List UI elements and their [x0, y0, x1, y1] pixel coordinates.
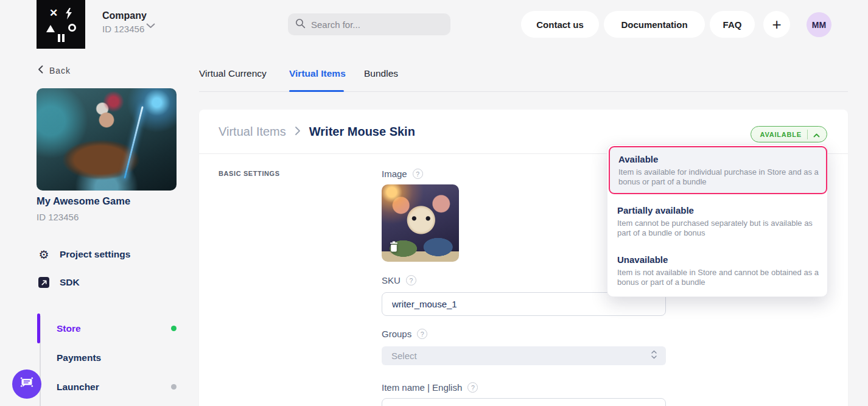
- groups-field-label: Groups ?: [382, 329, 427, 339]
- launcher-status-dot: [171, 384, 177, 390]
- sidebar-item-launcher[interactable]: Launcher: [57, 382, 99, 393]
- contact-us-button[interactable]: Contact us: [521, 11, 599, 38]
- groups-select[interactable]: Select: [382, 346, 666, 365]
- company-id: ID 123456: [102, 24, 147, 34]
- select-arrows-icon: [651, 350, 657, 362]
- sidebar-item-project-settings[interactable]: ⚙ Project settings: [38, 248, 130, 261]
- basic-settings-section-label: BASIC SETTINGS: [219, 170, 280, 177]
- page-title: Writer Mouse Skin: [309, 125, 415, 139]
- gear-icon: ⚙: [38, 248, 50, 261]
- logo-bolt-icon: [65, 8, 72, 23]
- app-root: ✕ Company ID 123456 Contact us Documenta…: [0, 0, 868, 406]
- option-title: Available: [618, 154, 817, 164]
- logo-x-glyph: ✕: [49, 8, 58, 18]
- option-description: Item is not available in Store and canno…: [617, 268, 821, 287]
- back-link[interactable]: Back: [38, 65, 71, 76]
- image-field-label: Image ?: [382, 169, 423, 179]
- status-badge[interactable]: AVAILABLE: [751, 126, 827, 142]
- game-id: ID 123456: [37, 212, 79, 222]
- breadcrumb-parent-link[interactable]: Virtual Items: [219, 125, 286, 139]
- item-name-field-label: Item name | English ?: [382, 382, 478, 393]
- active-tab-underline: [289, 90, 344, 92]
- status-dropdown-menu: Available Item is available for individu…: [607, 144, 828, 297]
- game-banner-image: [37, 88, 177, 191]
- store-status-dot: [171, 326, 177, 331]
- search-input[interactable]: [311, 19, 443, 30]
- chevron-up-icon: [813, 129, 820, 140]
- logo-pause-glyph: [62, 34, 65, 42]
- external-link-icon: [38, 276, 50, 289]
- help-icon[interactable]: ?: [413, 169, 423, 179]
- chevron-down-icon[interactable]: [146, 20, 155, 31]
- banner-glow-detail: [124, 106, 143, 178]
- badge-divider: [807, 130, 808, 139]
- chevron-right-icon: [295, 126, 301, 138]
- plus-icon: +: [772, 15, 781, 34]
- status-option-available[interactable]: Available Item is available for individu…: [609, 146, 827, 194]
- option-title: Partially available: [617, 205, 821, 215]
- status-option-unavailable[interactable]: Unavailable Item is not available in Sto…: [617, 254, 821, 287]
- active-item-indicator: [37, 313, 40, 343]
- game-name: My Awesome Game: [37, 195, 130, 207]
- logo-circle-glyph: [68, 24, 76, 32]
- sidebar-item-sdk[interactable]: SDK: [38, 276, 80, 289]
- tab-virtual-currency[interactable]: Virtual Currency: [199, 68, 267, 79]
- company-switcher[interactable]: Company ID 123456: [102, 10, 147, 34]
- logo-pause-glyph: [58, 34, 60, 42]
- faq-button[interactable]: FAQ: [710, 11, 755, 38]
- status-badge-label: AVAILABLE: [760, 131, 802, 138]
- support-chat-button[interactable]: [12, 369, 41, 399]
- option-title: Unavailable: [617, 254, 821, 265]
- user-avatar[interactable]: MM: [807, 12, 831, 37]
- documentation-button[interactable]: Documentation: [604, 11, 705, 38]
- sdk-label: SDK: [60, 277, 80, 288]
- groups-label-text: Groups: [382, 329, 411, 339]
- chevron-left-icon: [38, 65, 43, 76]
- tab-virtual-items[interactable]: Virtual Items: [289, 68, 346, 79]
- help-icon[interactable]: ?: [467, 382, 478, 393]
- back-label: Back: [49, 66, 71, 75]
- item-name-input[interactable]: [382, 398, 666, 406]
- option-description: Item is available for individual purchas…: [618, 167, 822, 187]
- sidebar-item-payments[interactable]: Payments: [57, 352, 101, 363]
- add-button[interactable]: +: [763, 11, 790, 38]
- tab-bundles[interactable]: Bundles: [364, 68, 398, 79]
- chat-icon: [19, 376, 34, 392]
- sku-field-label: SKU ?: [382, 275, 416, 285]
- item-image-thumbnail: [382, 184, 459, 262]
- project-settings-label: Project settings: [60, 249, 130, 260]
- help-icon[interactable]: ?: [417, 329, 427, 339]
- logo-triangle-glyph: [46, 25, 55, 32]
- breadcrumb: Virtual Items Writer Mouse Skin: [219, 125, 415, 139]
- sidebar-item-store[interactable]: Store: [57, 323, 81, 334]
- image-label-text: Image: [382, 169, 407, 179]
- company-name: Company: [102, 10, 147, 21]
- delete-image-icon[interactable]: [389, 241, 399, 254]
- option-description: Item cannot be purchased separately but …: [617, 219, 821, 238]
- global-search[interactable]: [288, 13, 450, 35]
- groups-select-placeholder: Select: [391, 351, 417, 361]
- sku-label-text: SKU: [382, 275, 401, 285]
- search-icon: [295, 18, 306, 31]
- status-option-partially-available[interactable]: Partially available Item cannot be purch…: [617, 205, 821, 238]
- help-icon[interactable]: ?: [406, 275, 416, 285]
- item-name-label-text: Item name | English: [382, 382, 462, 393]
- company-logo[interactable]: ✕: [37, 0, 85, 49]
